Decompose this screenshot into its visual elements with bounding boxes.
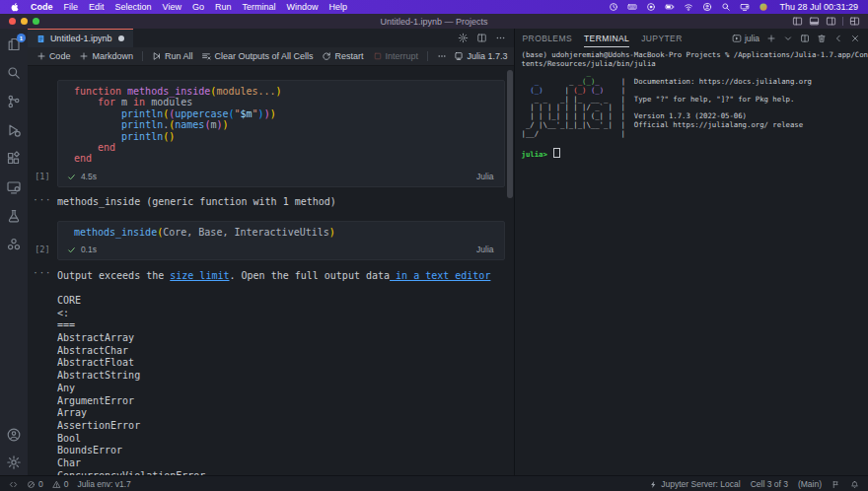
notifications[interactable] xyxy=(850,480,859,489)
source-control-icon xyxy=(6,94,22,109)
feedback[interactable] xyxy=(832,480,840,489)
close-window-button[interactable] xyxy=(9,18,16,25)
code-cell-2: [2]methods_inside(Core, Base, Interactiv… xyxy=(28,221,505,260)
panel-tab-jupyter[interactable]: JUPYTER xyxy=(641,29,683,47)
menubar-clock[interactable]: Thu 28 Jul 00:31:29 xyxy=(779,2,858,12)
notebook-cells: [1]function methods_inside(modules...) f… xyxy=(28,66,514,475)
wifi-icon[interactable] xyxy=(684,2,693,12)
menu-item-code[interactable]: Code xyxy=(31,2,53,12)
bell-icon xyxy=(850,480,859,489)
menu-item-go[interactable]: Go xyxy=(192,2,204,12)
interrupt-button[interactable]: Interrupt xyxy=(370,51,422,61)
clear-outputs-of-all-cells-button[interactable]: Clear Outputs of All Cells xyxy=(198,51,316,61)
search-icon xyxy=(6,65,22,81)
modified-dot-icon[interactable] xyxy=(118,35,124,41)
tab-untitled-1-ipynb[interactable]: Untitled-1.ipynb xyxy=(28,29,134,47)
menu-item-run[interactable]: Run xyxy=(215,2,232,12)
cell-language-picker[interactable]: Julia xyxy=(476,172,493,181)
output-line: === xyxy=(57,319,505,332)
julia-env[interactable]: Julia env: v1.7 xyxy=(77,479,130,489)
add-icon xyxy=(36,51,46,61)
traffic-lights xyxy=(9,18,39,25)
menu-item-window[interactable]: Window xyxy=(286,2,318,12)
sidebar-item-search[interactable] xyxy=(6,65,22,81)
menu-item-view[interactable]: View xyxy=(163,2,181,12)
menu-item-terminal[interactable]: Terminal xyxy=(242,2,275,12)
more-button[interactable] xyxy=(434,51,450,61)
sidebar-item-source-control[interactable] xyxy=(6,94,22,109)
chevron-down-icon[interactable] xyxy=(783,34,793,43)
panel-tab-problems[interactable]: PROBLEMS xyxy=(523,29,572,47)
battery-icon[interactable] xyxy=(665,2,675,12)
keyboard-icon[interactable] xyxy=(627,2,637,12)
sidebar-item-remote-explorer[interactable] xyxy=(6,179,22,195)
run-all-button[interactable]: Run All xyxy=(149,51,196,61)
search-icon[interactable] xyxy=(721,2,731,12)
cell-editor[interactable]: methods_inside(Core, Base, InteractiveUt… xyxy=(57,221,505,260)
sidebar-item-explorer[interactable]: 1 xyxy=(6,36,22,52)
terminal-play-icon xyxy=(732,34,742,43)
menu-item-edit[interactable]: Edit xyxy=(89,2,105,12)
cell-code[interactable]: function methods_inside(modules...) for … xyxy=(58,81,504,168)
cell-code[interactable]: methods_inside(Core, Base, InteractiveUt… xyxy=(58,222,504,241)
sidebar-item-testing[interactable] xyxy=(6,208,22,224)
sidebar-item-settings[interactable] xyxy=(6,455,22,470)
activity-bar: 1 xyxy=(0,29,28,475)
split-icon[interactable] xyxy=(476,33,487,43)
app-icon[interactable] xyxy=(759,2,768,12)
kernel-picker[interactable]: Julia 1.7.3 xyxy=(454,51,508,61)
sidebar-item-extensions[interactable] xyxy=(6,151,22,167)
output-link[interactable]: in a text editor xyxy=(390,270,490,281)
menu-item-selection[interactable]: Selection xyxy=(115,2,152,12)
editor-scrollbar[interactable] xyxy=(507,70,513,198)
markdown-button[interactable]: Markdown xyxy=(76,51,136,61)
add-icon[interactable] xyxy=(766,34,776,43)
trash-icon[interactable] xyxy=(817,34,827,43)
output-link[interactable]: size limit xyxy=(170,270,229,281)
minimize-window-button[interactable] xyxy=(21,18,28,25)
terminal-cursor xyxy=(553,148,560,158)
code-button[interactable]: Code xyxy=(34,51,74,61)
close-icon[interactable] xyxy=(850,34,860,43)
terminal[interactable]: (base) udohjeremiah@Udohs-MacBook-Pro Pr… xyxy=(515,47,868,475)
panel-tab-terminal[interactable]: TERMINAL xyxy=(584,29,629,47)
editor-tab-bar: Untitled-1.ipynb xyxy=(28,29,514,47)
record-icon[interactable] xyxy=(646,2,656,12)
sidebar-item-run-debug[interactable] xyxy=(6,122,22,138)
layout-custom-icon[interactable] xyxy=(849,16,860,27)
zoom-window-button[interactable] xyxy=(33,18,39,25)
collapse-output-button[interactable]: ··· xyxy=(33,195,51,205)
sidebar-item-julia[interactable] xyxy=(6,237,22,252)
menu-item-help[interactable]: Help xyxy=(328,2,347,12)
menu-item-file[interactable]: File xyxy=(64,2,79,12)
status-bar: 00Julia env: v1.7 Jupyter Server: LocalC… xyxy=(0,475,868,491)
terminal-profile[interactable]: julia xyxy=(732,34,760,43)
jupyter-server[interactable]: Jupyter Server: Local xyxy=(649,479,740,489)
restart-button[interactable]: Restart xyxy=(319,51,366,61)
layout-left-icon[interactable] xyxy=(792,16,803,27)
chevron-left-icon[interactable] xyxy=(833,34,843,43)
layout-bottom-icon[interactable] xyxy=(809,16,820,27)
terminal-profile-label: julia xyxy=(745,34,760,43)
account-icon xyxy=(6,427,22,443)
cell-indicator[interactable]: Cell 3 of 3 xyxy=(751,479,788,489)
apple-icon[interactable] xyxy=(10,2,20,12)
split-icon[interactable] xyxy=(800,34,810,43)
layout-right-icon[interactable] xyxy=(826,16,836,27)
output-line: Any xyxy=(57,383,505,395)
gear-icon[interactable] xyxy=(458,33,469,43)
settings-icon xyxy=(6,455,22,470)
error-count[interactable]: 0 xyxy=(27,479,43,489)
branch-indicator[interactable]: (Main) xyxy=(798,479,822,489)
collapse-output-button[interactable]: ··· xyxy=(33,268,51,278)
cell-editor[interactable]: function methods_inside(modules...) for … xyxy=(57,80,505,187)
more-icon[interactable] xyxy=(495,33,506,43)
cell-language-picker[interactable]: Julia xyxy=(476,245,493,254)
warning-count[interactable]: 0 xyxy=(52,479,69,489)
toolbar-label: Run All xyxy=(165,51,193,61)
user-icon[interactable] xyxy=(702,2,712,12)
clock-icon[interactable] xyxy=(609,2,618,12)
remote-indicator[interactable] xyxy=(9,480,18,489)
sidebar-item-account[interactable] xyxy=(6,427,22,443)
display-icon[interactable] xyxy=(740,2,750,12)
